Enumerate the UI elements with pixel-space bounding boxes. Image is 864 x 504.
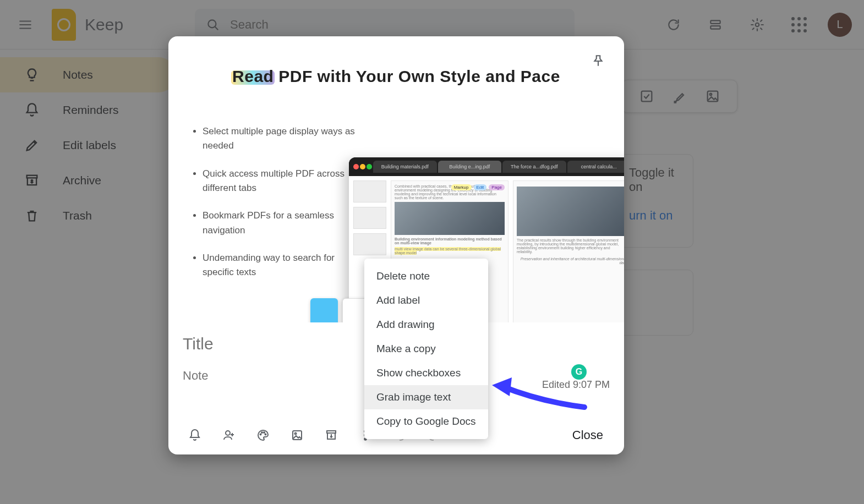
palette-icon	[256, 429, 270, 442]
svg-rect-15	[327, 431, 336, 433]
promo-title: Read PDF with Your Own Style and Pace	[188, 67, 604, 86]
collaborator-button[interactable]	[215, 423, 243, 447]
menu-grab-image-text[interactable]: Grab image text	[364, 385, 488, 409]
svg-point-14	[295, 433, 297, 435]
mock-tab: central calcula...	[567, 161, 625, 173]
promo-bullets: Select multiple page display ways as nee…	[188, 124, 359, 280]
menu-delete-note[interactable]: Delete note	[364, 264, 488, 288]
image-icon	[291, 429, 304, 442]
promo-bullet: Undemanding way to search for specific t…	[203, 251, 359, 280]
mock-tab: Building e...ing.pdf	[438, 161, 502, 173]
menu-add-label[interactable]: Add label	[364, 288, 488, 313]
svg-point-9	[260, 434, 261, 435]
mock-right-snippet: Preservation and inheritance of architec…	[517, 257, 624, 265]
grammarly-badge-icon[interactable]: G	[571, 364, 587, 380]
remind-me-button[interactable]	[181, 423, 209, 447]
mock-badge: Page	[489, 184, 505, 190]
promo-title-highlight: Read	[232, 67, 274, 86]
person-add-icon	[222, 429, 236, 442]
svg-point-12	[265, 434, 266, 435]
more-context-menu: Delete note Add label Add drawing Make a…	[364, 259, 488, 439]
svg-point-8	[226, 431, 230, 435]
mock-badge: Markup	[451, 184, 472, 190]
mock-tab: The force a...dfog.pdf	[502, 161, 566, 173]
promo-title-rest: PDF with Your Own Style and Pace	[274, 67, 560, 85]
mock-snippet-title: Building environment information modelin…	[395, 237, 502, 245]
promo-bullet: Bookmark PDFs for a seamless navigation	[203, 209, 359, 238]
archive-icon	[325, 429, 338, 442]
menu-copy-to-google-docs[interactable]: Copy to Google Docs	[364, 409, 488, 434]
svg-point-11	[264, 432, 265, 433]
add-image-button[interactable]	[283, 423, 311, 447]
menu-show-checkboxes[interactable]: Show checkboxes	[364, 361, 488, 385]
close-button[interactable]: Close	[564, 423, 612, 448]
svg-point-10	[261, 432, 263, 433]
edited-timestamp: Edited 9:07 PM	[542, 379, 610, 391]
menu-make-a-copy[interactable]: Make a copy	[364, 337, 488, 361]
background-options-button[interactable]	[249, 423, 277, 447]
bell-plus-icon	[188, 429, 201, 442]
mock-badge: Edit	[474, 184, 487, 190]
archive-button[interactable]	[317, 423, 346, 447]
menu-add-drawing[interactable]: Add drawing	[364, 313, 488, 337]
promo-bullet: Quick access multiple PDF across differe…	[203, 167, 359, 196]
promo-bullet: Select multiple page display ways as nee…	[203, 124, 359, 154]
mock-tab: Building materials.pdf	[373, 161, 437, 173]
